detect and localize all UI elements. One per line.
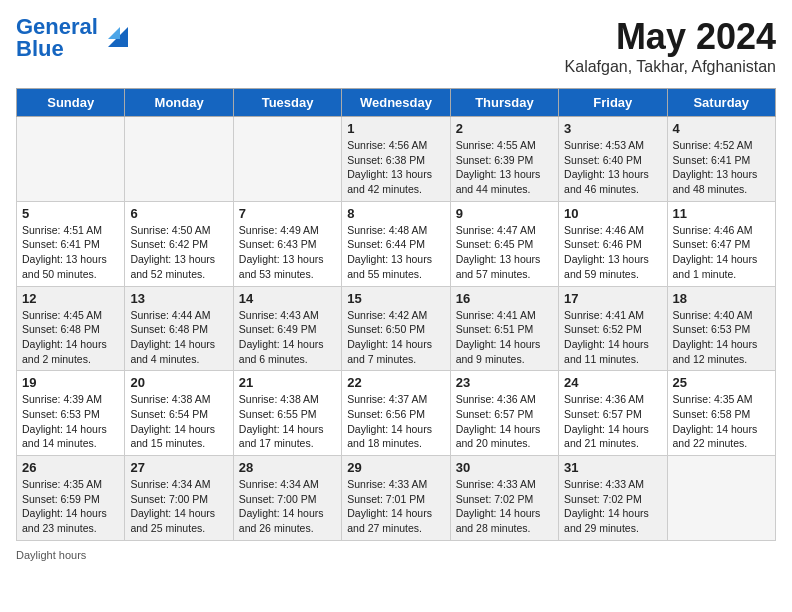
calendar-cell: 28Sunrise: 4:34 AM Sunset: 7:00 PM Dayli… bbox=[233, 456, 341, 541]
calendar-cell bbox=[667, 456, 775, 541]
calendar-cell: 29Sunrise: 4:33 AM Sunset: 7:01 PM Dayli… bbox=[342, 456, 450, 541]
day-info: Sunrise: 4:38 AM Sunset: 6:54 PM Dayligh… bbox=[130, 392, 227, 451]
calendar-week-row: 5Sunrise: 4:51 AM Sunset: 6:41 PM Daylig… bbox=[17, 201, 776, 286]
calendar-cell: 26Sunrise: 4:35 AM Sunset: 6:59 PM Dayli… bbox=[17, 456, 125, 541]
daylight-label: Daylight hours bbox=[16, 549, 86, 561]
calendar-cell: 8Sunrise: 4:48 AM Sunset: 6:44 PM Daylig… bbox=[342, 201, 450, 286]
day-number: 28 bbox=[239, 460, 336, 475]
calendar-header-row: SundayMondayTuesdayWednesdayThursdayFrid… bbox=[17, 89, 776, 117]
calendar-cell: 21Sunrise: 4:38 AM Sunset: 6:55 PM Dayli… bbox=[233, 371, 341, 456]
day-number: 30 bbox=[456, 460, 553, 475]
day-number: 24 bbox=[564, 375, 661, 390]
calendar-cell: 11Sunrise: 4:46 AM Sunset: 6:47 PM Dayli… bbox=[667, 201, 775, 286]
day-number: 14 bbox=[239, 291, 336, 306]
logo-text: General Blue bbox=[16, 16, 98, 60]
calendar-cell: 31Sunrise: 4:33 AM Sunset: 7:02 PM Dayli… bbox=[559, 456, 667, 541]
day-header-sunday: Sunday bbox=[17, 89, 125, 117]
title-block: May 2024 Kalafgan, Takhar, Afghanistan bbox=[565, 16, 776, 76]
calendar-cell: 25Sunrise: 4:35 AM Sunset: 6:58 PM Dayli… bbox=[667, 371, 775, 456]
day-info: Sunrise: 4:35 AM Sunset: 6:58 PM Dayligh… bbox=[673, 392, 770, 451]
calendar-week-row: 1Sunrise: 4:56 AM Sunset: 6:38 PM Daylig… bbox=[17, 117, 776, 202]
day-info: Sunrise: 4:56 AM Sunset: 6:38 PM Dayligh… bbox=[347, 138, 444, 197]
day-number: 5 bbox=[22, 206, 119, 221]
day-info: Sunrise: 4:33 AM Sunset: 7:02 PM Dayligh… bbox=[456, 477, 553, 536]
day-number: 12 bbox=[22, 291, 119, 306]
day-info: Sunrise: 4:52 AM Sunset: 6:41 PM Dayligh… bbox=[673, 138, 770, 197]
day-info: Sunrise: 4:35 AM Sunset: 6:59 PM Dayligh… bbox=[22, 477, 119, 536]
day-info: Sunrise: 4:33 AM Sunset: 7:02 PM Dayligh… bbox=[564, 477, 661, 536]
day-number: 7 bbox=[239, 206, 336, 221]
calendar-cell: 4Sunrise: 4:52 AM Sunset: 6:41 PM Daylig… bbox=[667, 117, 775, 202]
calendar-cell: 15Sunrise: 4:42 AM Sunset: 6:50 PM Dayli… bbox=[342, 286, 450, 371]
day-info: Sunrise: 4:50 AM Sunset: 6:42 PM Dayligh… bbox=[130, 223, 227, 282]
day-info: Sunrise: 4:45 AM Sunset: 6:48 PM Dayligh… bbox=[22, 308, 119, 367]
calendar-cell: 10Sunrise: 4:46 AM Sunset: 6:46 PM Dayli… bbox=[559, 201, 667, 286]
day-number: 19 bbox=[22, 375, 119, 390]
calendar-cell: 5Sunrise: 4:51 AM Sunset: 6:41 PM Daylig… bbox=[17, 201, 125, 286]
day-number: 20 bbox=[130, 375, 227, 390]
calendar-cell: 9Sunrise: 4:47 AM Sunset: 6:45 PM Daylig… bbox=[450, 201, 558, 286]
calendar-cell: 13Sunrise: 4:44 AM Sunset: 6:48 PM Dayli… bbox=[125, 286, 233, 371]
day-number: 18 bbox=[673, 291, 770, 306]
calendar-cell: 6Sunrise: 4:50 AM Sunset: 6:42 PM Daylig… bbox=[125, 201, 233, 286]
day-info: Sunrise: 4:34 AM Sunset: 7:00 PM Dayligh… bbox=[239, 477, 336, 536]
day-number: 10 bbox=[564, 206, 661, 221]
day-info: Sunrise: 4:36 AM Sunset: 6:57 PM Dayligh… bbox=[564, 392, 661, 451]
day-info: Sunrise: 4:41 AM Sunset: 6:52 PM Dayligh… bbox=[564, 308, 661, 367]
day-info: Sunrise: 4:39 AM Sunset: 6:53 PM Dayligh… bbox=[22, 392, 119, 451]
day-info: Sunrise: 4:36 AM Sunset: 6:57 PM Dayligh… bbox=[456, 392, 553, 451]
calendar-cell bbox=[233, 117, 341, 202]
calendar-cell: 1Sunrise: 4:56 AM Sunset: 6:38 PM Daylig… bbox=[342, 117, 450, 202]
day-info: Sunrise: 4:40 AM Sunset: 6:53 PM Dayligh… bbox=[673, 308, 770, 367]
calendar-cell: 22Sunrise: 4:37 AM Sunset: 6:56 PM Dayli… bbox=[342, 371, 450, 456]
calendar-cell: 12Sunrise: 4:45 AM Sunset: 6:48 PM Dayli… bbox=[17, 286, 125, 371]
day-number: 9 bbox=[456, 206, 553, 221]
calendar-cell: 20Sunrise: 4:38 AM Sunset: 6:54 PM Dayli… bbox=[125, 371, 233, 456]
day-info: Sunrise: 4:37 AM Sunset: 6:56 PM Dayligh… bbox=[347, 392, 444, 451]
day-header-saturday: Saturday bbox=[667, 89, 775, 117]
calendar-cell bbox=[17, 117, 125, 202]
calendar-cell: 7Sunrise: 4:49 AM Sunset: 6:43 PM Daylig… bbox=[233, 201, 341, 286]
day-info: Sunrise: 4:46 AM Sunset: 6:47 PM Dayligh… bbox=[673, 223, 770, 282]
calendar-cell: 19Sunrise: 4:39 AM Sunset: 6:53 PM Dayli… bbox=[17, 371, 125, 456]
day-number: 2 bbox=[456, 121, 553, 136]
calendar-cell: 23Sunrise: 4:36 AM Sunset: 6:57 PM Dayli… bbox=[450, 371, 558, 456]
calendar-cell: 3Sunrise: 4:53 AM Sunset: 6:40 PM Daylig… bbox=[559, 117, 667, 202]
calendar-cell: 17Sunrise: 4:41 AM Sunset: 6:52 PM Dayli… bbox=[559, 286, 667, 371]
calendar-cell: 2Sunrise: 4:55 AM Sunset: 6:39 PM Daylig… bbox=[450, 117, 558, 202]
day-info: Sunrise: 4:34 AM Sunset: 7:00 PM Dayligh… bbox=[130, 477, 227, 536]
day-number: 6 bbox=[130, 206, 227, 221]
calendar-subtitle: Kalafgan, Takhar, Afghanistan bbox=[565, 58, 776, 76]
logo: General Blue bbox=[16, 16, 128, 60]
day-info: Sunrise: 4:48 AM Sunset: 6:44 PM Dayligh… bbox=[347, 223, 444, 282]
day-info: Sunrise: 4:43 AM Sunset: 6:49 PM Dayligh… bbox=[239, 308, 336, 367]
svg-marker-1 bbox=[108, 27, 120, 39]
day-info: Sunrise: 4:51 AM Sunset: 6:41 PM Dayligh… bbox=[22, 223, 119, 282]
day-number: 13 bbox=[130, 291, 227, 306]
calendar-cell: 18Sunrise: 4:40 AM Sunset: 6:53 PM Dayli… bbox=[667, 286, 775, 371]
day-header-wednesday: Wednesday bbox=[342, 89, 450, 117]
page-header: General Blue May 2024 Kalafgan, Takhar, … bbox=[16, 16, 776, 76]
day-number: 22 bbox=[347, 375, 444, 390]
day-info: Sunrise: 4:41 AM Sunset: 6:51 PM Dayligh… bbox=[456, 308, 553, 367]
day-number: 15 bbox=[347, 291, 444, 306]
day-header-friday: Friday bbox=[559, 89, 667, 117]
day-number: 1 bbox=[347, 121, 444, 136]
day-number: 21 bbox=[239, 375, 336, 390]
day-number: 27 bbox=[130, 460, 227, 475]
day-info: Sunrise: 4:46 AM Sunset: 6:46 PM Dayligh… bbox=[564, 223, 661, 282]
day-info: Sunrise: 4:53 AM Sunset: 6:40 PM Dayligh… bbox=[564, 138, 661, 197]
day-number: 26 bbox=[22, 460, 119, 475]
logo-icon bbox=[100, 19, 128, 47]
day-number: 29 bbox=[347, 460, 444, 475]
day-info: Sunrise: 4:38 AM Sunset: 6:55 PM Dayligh… bbox=[239, 392, 336, 451]
day-number: 3 bbox=[564, 121, 661, 136]
calendar-cell: 24Sunrise: 4:36 AM Sunset: 6:57 PM Dayli… bbox=[559, 371, 667, 456]
day-number: 25 bbox=[673, 375, 770, 390]
day-info: Sunrise: 4:33 AM Sunset: 7:01 PM Dayligh… bbox=[347, 477, 444, 536]
calendar-week-row: 12Sunrise: 4:45 AM Sunset: 6:48 PM Dayli… bbox=[17, 286, 776, 371]
day-info: Sunrise: 4:55 AM Sunset: 6:39 PM Dayligh… bbox=[456, 138, 553, 197]
calendar-cell: 27Sunrise: 4:34 AM Sunset: 7:00 PM Dayli… bbox=[125, 456, 233, 541]
day-number: 11 bbox=[673, 206, 770, 221]
calendar-week-row: 19Sunrise: 4:39 AM Sunset: 6:53 PM Dayli… bbox=[17, 371, 776, 456]
